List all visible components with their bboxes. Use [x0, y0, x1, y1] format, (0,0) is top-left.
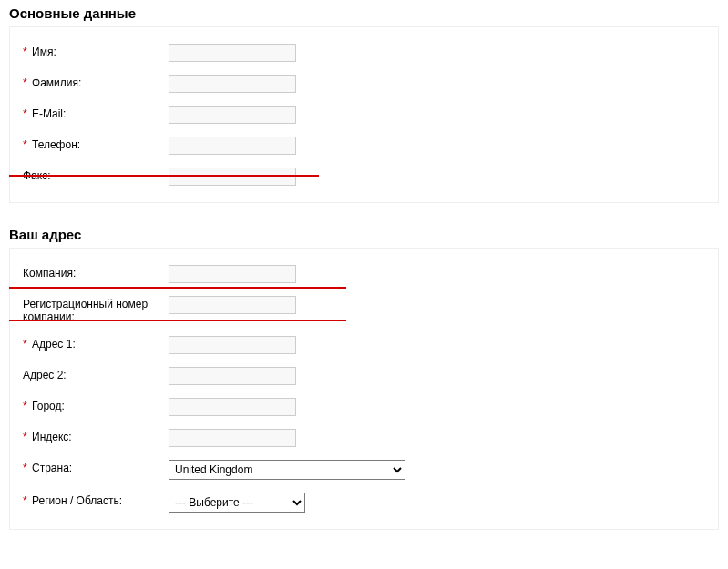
required-marker: * [23, 46, 27, 58]
row-company: Компания: [23, 265, 705, 283]
required-marker: * [23, 400, 27, 412]
input-regnum[interactable] [169, 296, 296, 314]
input-phone[interactable] [169, 137, 296, 155]
select-country[interactable]: United Kingdom [169, 460, 405, 480]
row-region: * Регион / Область: --- Выберите --- [23, 493, 705, 513]
select-region[interactable]: --- Выберите --- [169, 493, 305, 513]
input-fax[interactable] [169, 168, 296, 186]
row-city: * Город: [23, 398, 705, 416]
label-phone: Телефон: [32, 138, 80, 151]
row-postcode: * Индекс: [23, 429, 705, 447]
input-name[interactable] [169, 44, 296, 62]
label-postcode: Индекс: [32, 431, 72, 443]
strike-line-company [9, 287, 346, 289]
row-country: * Страна: United Kingdom [23, 460, 705, 480]
label-surname: Фамилия: [32, 76, 81, 89]
label-country: Страна: [32, 462, 72, 474]
input-postcode[interactable] [169, 429, 296, 447]
row-phone: * Телефон: [23, 137, 705, 155]
row-name: * Имя: [23, 44, 705, 62]
row-fax: Факс: [23, 168, 705, 186]
required-marker: * [23, 107, 27, 120]
strike-line-regnum [9, 320, 346, 321]
input-company[interactable] [169, 265, 296, 283]
required-marker: * [23, 338, 27, 351]
section-title-address: Ваш адрес [0, 221, 728, 248]
required-marker: * [23, 431, 27, 443]
input-city[interactable] [169, 398, 296, 416]
label-name: Имя: [32, 46, 56, 58]
label-email: E-Mail: [32, 107, 66, 120]
row-email: * E-Mail: [23, 106, 705, 124]
required-marker: * [23, 76, 27, 89]
row-address2: Адрес 2: [23, 367, 705, 385]
required-marker: * [23, 138, 27, 151]
required-marker: * [23, 462, 27, 474]
label-region: Регион / Область: [32, 494, 122, 507]
label-city: Город: [32, 400, 65, 412]
strike-line-fax [9, 175, 319, 177]
required-marker: * [23, 494, 27, 507]
row-address1: * Адрес 1: [23, 336, 705, 354]
input-surname[interactable] [169, 75, 296, 93]
input-email[interactable] [169, 106, 296, 124]
input-address2[interactable] [169, 367, 296, 385]
input-address1[interactable] [169, 336, 296, 354]
label-address1: Адрес 1: [32, 338, 76, 351]
panel-address: Компания: Регистрационный номер компании… [9, 248, 719, 530]
label-address2: Адрес 2: [23, 369, 67, 381]
row-surname: * Фамилия: [23, 75, 705, 93]
label-company: Компания: [23, 267, 76, 279]
section-title-basic: Основные данные [0, 0, 728, 26]
